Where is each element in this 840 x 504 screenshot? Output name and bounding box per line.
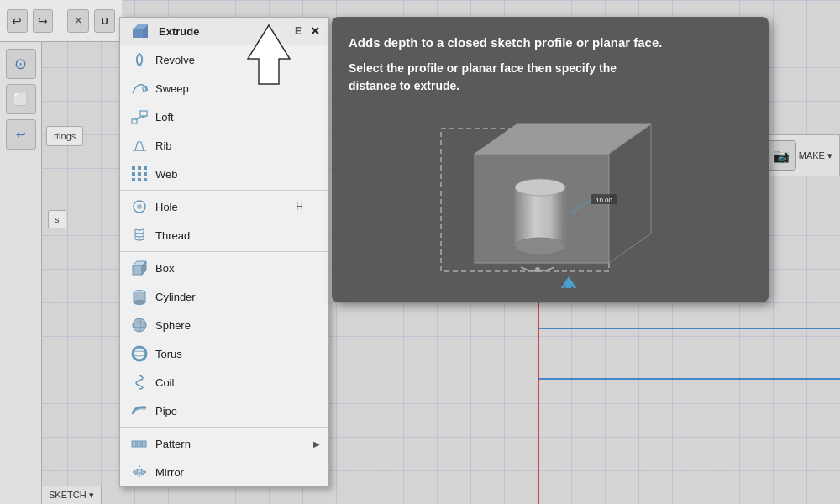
tooltip-title: Adds depth to a closed sketch profile or… <box>349 34 752 51</box>
pipe-label: Pipe <box>155 405 177 417</box>
cylinder-label: Cylinder <box>155 291 196 303</box>
menu-item-loft[interactable]: Loft <box>120 102 328 131</box>
close-x-button[interactable]: ✕ <box>67 9 89 33</box>
thread-label: Thread <box>155 229 190 242</box>
svg-rect-34 <box>132 441 136 447</box>
hole-shortcut: H <box>296 201 303 213</box>
torus-label: Torus <box>155 348 182 360</box>
menu-shortcut-extrude: E <box>295 25 302 37</box>
coil-icon <box>130 373 149 391</box>
svg-rect-15 <box>132 178 135 181</box>
s-label: s <box>55 214 60 224</box>
hole-label: Hole <box>155 201 178 213</box>
menu-item-sphere[interactable]: Sphere <box>120 311 328 339</box>
undo-icon: ↩ <box>12 14 22 28</box>
extrude-icon <box>130 22 149 40</box>
svg-rect-4 <box>142 86 147 91</box>
svg-point-33 <box>133 351 146 356</box>
menu-item-hole[interactable]: Hole H <box>120 192 328 221</box>
svg-rect-35 <box>137 441 141 447</box>
menu-item-web[interactable]: Web <box>120 160 328 188</box>
svg-rect-14 <box>144 172 147 176</box>
menu-item-pipe[interactable]: Pipe <box>120 396 328 425</box>
camera-icon: 📷 <box>766 140 796 171</box>
hole-icon <box>130 197 149 216</box>
settings-panel[interactable]: ttings <box>46 126 83 146</box>
menu-close-button[interactable]: ✕ <box>310 24 320 38</box>
menu-item-mirror[interactable]: Mirror <box>120 458 328 486</box>
menu-item-cylinder[interactable]: Cylinder <box>120 282 328 311</box>
svg-rect-9 <box>132 166 135 170</box>
svg-rect-17 <box>144 178 147 181</box>
svg-rect-6 <box>140 111 147 116</box>
svg-marker-40 <box>248 25 290 84</box>
menu-item-sweep[interactable]: Sweep <box>120 74 328 102</box>
svg-rect-5 <box>132 119 137 123</box>
tooltip-description: Select the profile or planar face then s… <box>349 60 752 95</box>
mirror-icon <box>130 463 149 481</box>
menu-item-box[interactable]: Box <box>120 254 328 282</box>
redo-icon: ↪ <box>38 14 48 28</box>
menu-item-revolve[interactable]: Revolve <box>120 45 328 74</box>
pattern-label: Pattern <box>155 438 191 450</box>
make-label[interactable]: 📷 MAKE ▾ <box>759 134 840 176</box>
svg-point-3 <box>137 54 142 66</box>
menu-item-rib[interactable]: Rib <box>120 131 328 160</box>
sketch-label[interactable]: SKETCH ▾ <box>42 486 102 504</box>
menu-header[interactable]: Extrude E ✕ <box>120 18 328 45</box>
menu-item-torus[interactable]: Torus <box>120 339 328 368</box>
thread-icon <box>130 226 149 244</box>
top-toolbar: ↩ ↪ ✕ U <box>0 0 122 42</box>
s-panel[interactable]: s <box>48 210 66 228</box>
u-button[interactable]: U <box>94 9 115 33</box>
sidebar-btn-2[interactable]: ⬜ <box>6 84 36 114</box>
rib-icon <box>130 136 149 155</box>
svg-rect-10 <box>138 166 141 170</box>
pattern-arrow: ▶ <box>313 439 320 449</box>
undo-button[interactable]: ↩ <box>7 9 28 33</box>
sphere-icon <box>130 316 149 334</box>
svg-rect-12 <box>132 172 135 176</box>
preview-3d: 10.00 <box>349 108 752 292</box>
loft-label: Loft <box>155 111 174 123</box>
dropdown-menu: Extrude E ✕ Revolve Sweep <box>119 17 329 487</box>
torus-icon <box>130 344 149 363</box>
svg-point-30 <box>133 318 146 332</box>
menu-divider-1 <box>120 190 328 191</box>
settings-label: ttings <box>54 131 76 141</box>
menu-item-coil[interactable]: Coil <box>120 368 328 396</box>
svg-rect-45 <box>515 187 565 246</box>
sphere-label: Sphere <box>155 319 191 332</box>
box-icon <box>130 259 149 277</box>
svg-rect-0 <box>133 29 143 38</box>
sidebar-btn-3[interactable]: ↩ <box>6 119 36 150</box>
loft-icon <box>130 108 149 126</box>
svg-rect-36 <box>142 441 146 447</box>
menu-item-thread[interactable]: Thread <box>120 221 328 249</box>
up-arrow <box>244 21 294 88</box>
coil-label: Coil <box>155 376 174 389</box>
preview-svg: 10.00 <box>391 112 710 288</box>
revolve-icon <box>130 50 149 69</box>
menu-item-pattern[interactable]: Pattern ▶ <box>120 429 328 458</box>
web-icon <box>130 165 149 183</box>
svg-marker-38 <box>133 469 138 475</box>
sweep-icon <box>130 79 149 97</box>
web-label: Web <box>155 168 178 181</box>
svg-point-46 <box>515 179 565 196</box>
sidebar-btn-1[interactable]: ⊙ <box>6 49 36 79</box>
svg-point-19 <box>137 204 142 209</box>
svg-rect-11 <box>144 166 147 170</box>
pipe-icon <box>130 402 149 420</box>
left-sidebar: ⊙ ⬜ ↩ ttings s <box>0 42 42 504</box>
redo-button[interactable]: ↪ <box>33 9 54 33</box>
svg-rect-13 <box>138 172 141 176</box>
pattern-icon <box>130 434 149 453</box>
canvas-line-h <box>538 328 840 329</box>
svg-rect-22 <box>133 265 142 275</box>
svg-marker-53 <box>559 276 579 288</box>
svg-point-27 <box>134 301 145 305</box>
menu-divider-2 <box>120 251 328 252</box>
tooltip-box: Adds depth to a closed sketch profile or… <box>332 17 769 302</box>
svg-point-32 <box>133 347 146 360</box>
